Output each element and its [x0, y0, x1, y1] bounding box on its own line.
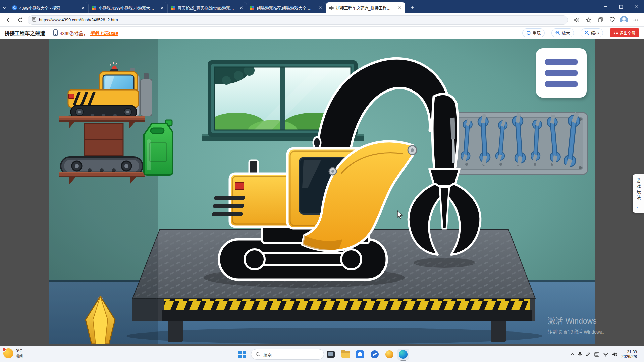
pen-icon[interactable]	[586, 352, 590, 357]
browser-tab-bar: 4399小游戏大全 - 搜索 小游戏,4399小游戏,小游戏大全,双人小游戏 真…	[0, 0, 644, 13]
zoom-in-button[interactable]: 放大	[551, 28, 574, 37]
game-header: 拼接工程车之建造 4399游戏盒，手机上玩4399 重玩 放大 缩小 退出全屏	[0, 27, 644, 39]
menu-bar-line	[545, 81, 578, 87]
volume-icon[interactable]	[612, 352, 618, 357]
maximize-button[interactable]	[613, 0, 629, 13]
weather-alert-badge	[2, 347, 6, 352]
taskbar-search[interactable]: 搜索	[251, 349, 324, 360]
app-icon-yellow-app[interactable]	[384, 349, 395, 360]
settings-more-icon[interactable]	[631, 15, 641, 25]
zoom-out-icon	[585, 31, 589, 35]
read-aloud-icon[interactable]	[572, 15, 582, 25]
howto-label: 游戏玩法	[635, 178, 642, 201]
url-field[interactable]: https://www.4399.com/flash/246528_2.htm	[28, 15, 568, 25]
game-menu-button[interactable]	[536, 48, 587, 98]
site-favicon-icon	[250, 5, 255, 10]
replay-icon	[526, 31, 531, 35]
game-stage: 游戏玩法 ← 激活 Windows 转到“设置”以激活 Windows。	[0, 39, 644, 346]
exit-fullscreen-label: 退出全屏	[620, 30, 636, 36]
tab-current-game[interactable]: 拼接工程车之建造_拼接工程车之建造小游戏	[326, 2, 405, 13]
page-info-icon[interactable]	[32, 17, 36, 23]
browser-essentials-icon[interactable]	[607, 15, 617, 25]
weather-desc: 晴朗	[16, 353, 23, 358]
ime-keyboard-icon[interactable]	[594, 352, 599, 357]
tray-time: 21:39	[621, 350, 637, 354]
search-label: 搜索	[263, 351, 272, 358]
tab-minigames[interactable]: 小游戏,4399小游戏,小游戏大全,双人小游戏	[89, 2, 168, 13]
tray-clock[interactable]: 21:39 2026/2/8	[621, 350, 637, 359]
promo-text: 4399游戏盒，	[60, 29, 88, 36]
watermark-subtitle: 转到“设置”以激活 Windows。	[548, 328, 607, 335]
zoom-in-label: 放大	[562, 30, 570, 36]
profile-avatar[interactable]	[619, 15, 629, 25]
windows-logo-icon	[238, 351, 246, 358]
fuel-can[interactable]	[144, 120, 173, 175]
zoom-out-button[interactable]: 缩小	[581, 28, 603, 37]
app-icon-device[interactable]	[325, 349, 336, 360]
tab-search-chevron-icon[interactable]	[0, 2, 9, 13]
start-button[interactable]	[237, 350, 247, 359]
tab-title: 真实枪战_真实枪战html5游戏_4399小游戏	[178, 5, 236, 11]
tray-chevron-up-icon[interactable]	[570, 353, 574, 356]
replay-label: 重玩	[533, 30, 541, 36]
watermark-title: 激活 Windows	[548, 315, 607, 326]
close-window-button[interactable]	[629, 0, 644, 13]
tab-close-icon[interactable]	[238, 5, 244, 11]
game-title: 拼接工程车之建造	[5, 29, 45, 36]
tab-title: 小游戏,4399小游戏,小游戏大全,双人小游戏	[99, 5, 157, 11]
promo-link[interactable]: 手机上玩4399	[90, 29, 118, 36]
app-icon-edge[interactable]	[397, 349, 409, 360]
tab-title: 4399小游戏大全 - 搜索	[19, 5, 78, 11]
address-bar: https://www.4399.com/flash/246528_2.htm	[0, 13, 644, 27]
menu-bar-line	[545, 59, 578, 65]
tab-close-icon[interactable]	[318, 5, 323, 11]
activate-windows-watermark: 激活 Windows 转到“设置”以激活 Windows。	[548, 315, 607, 335]
mouse-cursor	[397, 210, 405, 221]
tool-board	[448, 112, 588, 174]
site-favicon-icon	[91, 5, 96, 10]
app-icon-store[interactable]	[354, 349, 366, 360]
howto-side-tab[interactable]: 游戏玩法 ←	[633, 174, 644, 213]
refresh-button[interactable]	[15, 15, 25, 25]
tab-assembly-games[interactable]: 组装游戏推荐,组装游戏大全,组装游戏	[247, 2, 326, 13]
site-favicon-icon	[170, 5, 175, 10]
tab-title: 组装游戏推荐,组装游戏大全,组装游戏	[257, 5, 315, 11]
minimize-button[interactable]	[598, 0, 613, 13]
exit-fullscreen-button[interactable]: 退出全屏	[610, 28, 639, 37]
tab-title: 拼接工程车之建造_拼接工程车之建造小游戏	[336, 5, 394, 11]
back-button[interactable]	[3, 15, 13, 25]
show-desktop-strip[interactable]	[641, 349, 642, 359]
microphone-icon[interactable]	[578, 352, 582, 357]
window-controls	[598, 0, 644, 13]
tray-date: 2026/2/8	[621, 354, 637, 359]
tab-gun-game[interactable]: 真实枪战_真实枪战html5游戏_4399小游戏	[168, 2, 247, 13]
screen: 4399小游戏大全 - 搜索 小游戏,4399小游戏,小游戏大全,双人小游戏 真…	[0, 0, 644, 362]
app-icon-blue-app[interactable]	[369, 349, 380, 360]
favorites-star-icon[interactable]	[584, 15, 594, 25]
audio-playing-icon[interactable]	[329, 5, 334, 10]
network-wifi-icon[interactable]	[603, 352, 608, 357]
weather-widget[interactable]: 0°C 晴朗	[3, 348, 23, 358]
new-tab-button[interactable]	[408, 3, 417, 12]
system-tray: 21:39 2026/2/8	[570, 346, 642, 362]
taskbar: 0°C 晴朗 搜索	[0, 346, 644, 362]
app-icon-file-explorer[interactable]	[340, 349, 352, 360]
zoom-out-label: 缩小	[591, 30, 599, 36]
exit-fullscreen-icon	[613, 31, 618, 35]
phone-icon	[53, 29, 58, 36]
workshop-scene	[49, 39, 595, 344]
divider	[49, 30, 49, 36]
promo-banner[interactable]: 4399游戏盒，手机上玩4399	[53, 29, 118, 36]
weather-sun-icon	[3, 348, 13, 358]
collections-icon[interactable]	[595, 15, 605, 25]
tab-close-icon[interactable]	[397, 5, 402, 11]
tab-close-icon[interactable]	[80, 5, 86, 11]
search-icon	[256, 352, 260, 357]
tab-close-icon[interactable]	[159, 5, 165, 11]
game-canvas[interactable]	[49, 39, 595, 344]
search-favicon-icon	[12, 5, 17, 10]
tab-search-results[interactable]: 4399小游戏大全 - 搜索	[9, 2, 89, 13]
weather-temp: 0°C	[16, 349, 23, 353]
replay-button[interactable]: 重玩	[522, 28, 545, 37]
url-text: https://www.4399.com/flash/246528_2.htm	[39, 18, 118, 22]
